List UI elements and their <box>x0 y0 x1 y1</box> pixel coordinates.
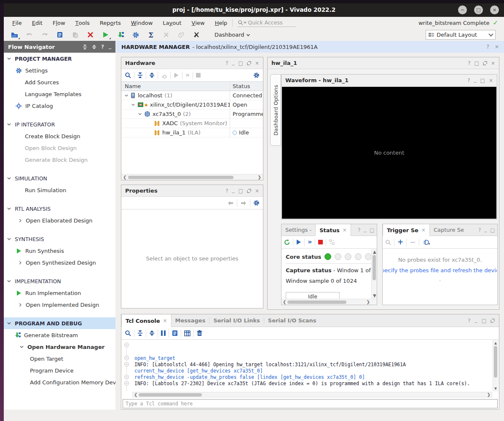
run-trigger-icon[interactable] <box>296 239 301 245</box>
vertical-scrollbar[interactable]: ▲ ▼ <box>493 340 499 392</box>
undo-icon[interactable] <box>23 30 36 40</box>
gear-icon[interactable] <box>253 72 260 78</box>
layout-selector[interactable]: Default Layout <box>426 30 496 40</box>
section-simulation[interactable]: SIMULATION <box>4 172 115 184</box>
horizontal-scrollbar[interactable]: ❮ ❯ <box>281 299 377 305</box>
flow-item-add-sources[interactable]: Add Sources <box>4 76 115 88</box>
flow-item-open-hardware-manager[interactable]: Open Hardware Manager <box>4 341 115 353</box>
abort-icon[interactable] <box>190 30 203 40</box>
add-probe-icon[interactable]: + <box>397 238 403 246</box>
minimize-icon[interactable]: − <box>458 5 467 14</box>
help-icon[interactable]: ? <box>487 44 489 50</box>
waveform-canvas[interactable]: No content <box>282 87 496 219</box>
tab-tcl-console[interactable]: Tcl Console× <box>121 314 172 327</box>
menu-reports[interactable]: Reports <box>95 17 126 29</box>
hardware-panel-titlebar[interactable]: Hardware ? _ □ × <box>121 57 263 69</box>
hardware-row-device[interactable]: xc7a35t_0 (2) Programmed <box>121 110 263 119</box>
collapse-all-icon[interactable] <box>137 330 143 336</box>
minimize-icon[interactable]: _ <box>232 59 235 65</box>
close-icon[interactable]: × <box>490 5 499 14</box>
float-icon[interactable] <box>247 61 251 65</box>
flow-item-open-implemented-design[interactable]: Open Implemented Design <box>4 299 115 311</box>
flow-item-create-block-design[interactable]: Create Block Design <box>4 130 115 142</box>
flow-item-add-config-memory-device[interactable]: Add Configuration Memory Device <box>4 376 115 388</box>
copy-icon[interactable] <box>172 330 178 336</box>
redo-icon[interactable] <box>38 30 51 40</box>
hardware-row-xadc[interactable]: XADC (System Monitor) <box>121 119 263 128</box>
flow-item-ip-catalog[interactable]: IP Catalog <box>4 100 115 112</box>
help-icon[interactable]: ? <box>358 227 360 233</box>
maximize-icon[interactable]: □ <box>239 60 243 66</box>
report-document-icon[interactable] <box>54 30 66 40</box>
close-icon[interactable]: × <box>491 60 495 66</box>
close-icon[interactable]: × <box>421 227 426 233</box>
pause-icon[interactable] <box>161 330 166 336</box>
help-icon[interactable]: ? <box>478 227 481 233</box>
tab-settings[interactable]: Settings - <box>281 224 315 236</box>
properties-panel-titlebar[interactable]: Properties ? _ □ × <box>121 185 263 197</box>
menu-window[interactable]: Window <box>126 17 158 29</box>
delete-icon[interactable] <box>84 30 97 40</box>
menu-layout[interactable]: Layout <box>158 17 186 29</box>
help-icon[interactable]: ? <box>468 318 470 324</box>
hardware-row-hw-ila-1[interactable]: hw_ila_1 (ILA) Idle <box>121 128 263 137</box>
minimize-icon[interactable]: _ <box>474 77 477 83</box>
close-icon[interactable]: × <box>255 188 259 194</box>
float-icon[interactable] <box>247 189 251 193</box>
flow-item-open-elaborated-design[interactable]: Open Elaborated Design <box>4 215 115 226</box>
expand-all-icon[interactable] <box>149 72 155 78</box>
maximize-icon[interactable]: □ <box>239 188 243 194</box>
waveform-titlebar[interactable]: Waveform - hw_ila_1 ? _ □ × <box>281 75 497 86</box>
flow-item-run-implementation[interactable]: Run Implementation <box>4 287 115 299</box>
search-icon[interactable] <box>125 72 131 78</box>
collapse-all-icon[interactable] <box>83 45 87 49</box>
settings-gear-icon[interactable] <box>129 30 142 40</box>
run-all-triggers-icon[interactable]: » <box>308 238 312 246</box>
flow-item-run-synthesis[interactable]: Run Synthesis <box>4 245 115 257</box>
flow-item-generate-bitstream[interactable]: Generate Bitstream <box>4 329 115 341</box>
flow-item-open-target[interactable]: Open Target <box>4 353 115 365</box>
float-icon[interactable] <box>491 319 495 323</box>
tab-serial-io-links[interactable]: Serial I/O Links <box>209 314 263 327</box>
flow-item-run-simulation[interactable]: Run Simulation <box>4 184 115 196</box>
tcl-command-input[interactable]: Type a Tcl command here <box>123 399 498 408</box>
flow-item-language-templates[interactable]: Language Templates <box>4 88 115 100</box>
expand-all-icon[interactable] <box>149 330 155 336</box>
expand-all-icon[interactable] <box>92 45 97 49</box>
flow-item-settings[interactable]: Settings <box>4 64 115 76</box>
maximize-icon[interactable]: □ <box>490 227 495 233</box>
refresh-icon[interactable] <box>284 239 290 245</box>
close-icon[interactable]: × <box>489 78 493 83</box>
help-icon[interactable]: ? <box>468 60 470 66</box>
horizontal-scrollbar[interactable]: ❮ ❯ <box>132 392 492 397</box>
help-icon[interactable]: ? <box>225 60 228 66</box>
horizontal-scrollbar[interactable]: ❮ ❯ <box>121 174 263 180</box>
column-status[interactable]: Status <box>233 83 250 89</box>
maximize-icon[interactable]: □ <box>474 5 483 14</box>
section-synthesis[interactable]: SYNTHESIS <box>4 233 115 245</box>
table-icon[interactable] <box>184 330 190 336</box>
hardware-row-target[interactable]: ◆ xilinx_tcf/Digilent/210319AE1961A Open <box>121 100 263 110</box>
flow-item-open-synthesized-design[interactable]: Open Synthesized Design <box>4 257 115 268</box>
gear-icon[interactable] <box>253 200 260 206</box>
sigma-report-icon[interactable]: Σ <box>145 30 157 40</box>
minimize-icon[interactable]: _ <box>475 317 477 323</box>
open-project-button[interactable] <box>8 30 21 40</box>
generate-bitstream-icon[interactable] <box>114 30 127 40</box>
close-icon[interactable]: × <box>163 318 167 324</box>
section-rtl-analysis[interactable]: RTL ANALYSIS <box>4 203 115 215</box>
menu-file[interactable]: File <box>7 17 27 29</box>
menu-flow[interactable]: Flow <box>48 17 70 29</box>
maximize-icon[interactable]: □ <box>370 227 374 233</box>
minimize-icon[interactable]: _ <box>364 226 366 232</box>
close-icon[interactable]: × <box>343 227 347 233</box>
close-icon[interactable]: × <box>495 44 499 50</box>
float-icon[interactable] <box>483 61 487 65</box>
dashboard-options-tab[interactable]: Dashboard Options <box>270 74 281 146</box>
hardware-row-localhost[interactable]: localhost (1) Connected <box>121 91 263 100</box>
menu-edit[interactable]: Edit <box>27 17 48 29</box>
maximize-icon[interactable]: □ <box>482 318 486 324</box>
menu-view[interactable]: View <box>187 17 210 29</box>
paste-icon[interactable] <box>69 30 81 40</box>
tab-messages[interactable]: Messages <box>172 314 209 327</box>
